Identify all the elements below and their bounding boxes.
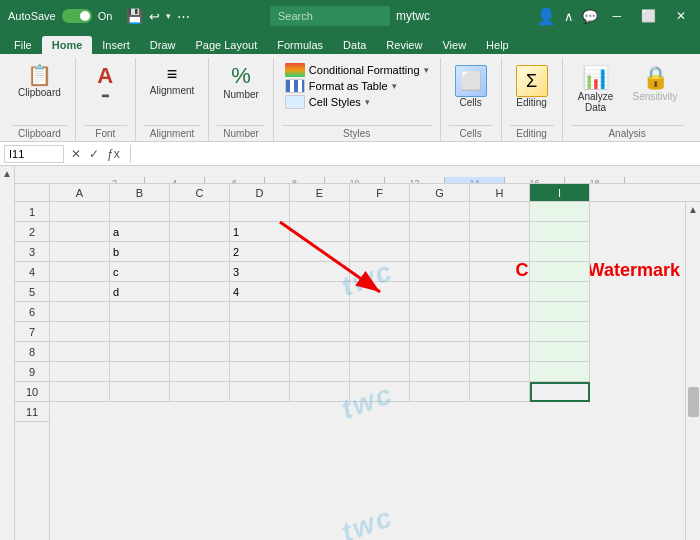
cells-button[interactable]: ⬜ Cells [449, 62, 493, 111]
cell-i2[interactable] [530, 222, 590, 242]
cell-f2[interactable] [350, 222, 410, 242]
undo-dropdown-icon[interactable]: ▾ [166, 11, 171, 21]
right-scrollbar[interactable]: ▲ ▼ [685, 202, 700, 540]
cell-d5[interactable]: 4 [230, 282, 290, 302]
tab-view[interactable]: View [432, 36, 476, 54]
cell-g4[interactable] [410, 262, 470, 282]
cell-h5[interactable] [470, 282, 530, 302]
cell-g3[interactable] [410, 242, 470, 262]
cell-i3[interactable] [530, 242, 590, 262]
cell-d3[interactable]: 2 [230, 242, 290, 262]
col-header-f[interactable]: F [350, 184, 410, 201]
col-header-h[interactable]: H [470, 184, 530, 201]
conditional-formatting-button[interactable]: Conditional Formatting ▾ [282, 62, 432, 78]
format-table-dropdown[interactable]: ▾ [392, 81, 397, 91]
more-icon[interactable]: ⋯ [177, 9, 190, 24]
cell-e4[interactable] [290, 262, 350, 282]
font-button[interactable]: A ▂ [85, 62, 125, 100]
cell-i5[interactable] [530, 282, 590, 302]
row-num-7[interactable]: 7 [15, 322, 49, 342]
row-num-10[interactable]: 10 [15, 382, 49, 402]
cell-g2[interactable] [410, 222, 470, 242]
cell-b1[interactable] [110, 202, 170, 222]
row-num-1[interactable]: 1 [15, 202, 49, 222]
row-num-4[interactable]: 4 [15, 262, 49, 282]
cell-e3[interactable] [290, 242, 350, 262]
cell-i4[interactable] [530, 262, 590, 282]
cell-d4[interactable]: 3 [230, 262, 290, 282]
col-header-b[interactable]: B [110, 184, 170, 201]
tab-file[interactable]: File [4, 36, 42, 54]
row-num-9[interactable]: 9 [15, 362, 49, 382]
comments-icon[interactable]: 💬 [582, 9, 598, 24]
cell-i1[interactable] [530, 202, 590, 222]
undo-icon[interactable]: ↩ [149, 9, 160, 24]
col-header-d[interactable]: D [230, 184, 290, 201]
minimize-button[interactable]: ─ [606, 7, 627, 25]
cell-c5[interactable] [170, 282, 230, 302]
analyze-data-button[interactable]: 📊 AnalyzeData [571, 62, 621, 116]
tab-home[interactable]: Home [42, 36, 93, 54]
tab-help[interactable]: Help [476, 36, 519, 54]
col-header-e[interactable]: E [290, 184, 350, 201]
restore-button[interactable]: ⬜ [635, 7, 662, 25]
col-header-c[interactable]: C [170, 184, 230, 201]
cell-h1[interactable] [470, 202, 530, 222]
tab-formulas[interactable]: Formulas [267, 36, 333, 54]
format-table-button[interactable]: Format as Table ▾ [282, 78, 400, 94]
cell-g5[interactable] [410, 282, 470, 302]
name-box[interactable]: I11 [4, 145, 64, 163]
row-num-3[interactable]: 3 [15, 242, 49, 262]
cell-f1[interactable] [350, 202, 410, 222]
cell-d1[interactable] [230, 202, 290, 222]
cell-a1[interactable] [50, 202, 110, 222]
cell-f5[interactable] [350, 282, 410, 302]
cell-d2[interactable]: 1 [230, 222, 290, 242]
scroll-up-icon[interactable]: ▲ [688, 204, 698, 215]
insert-function-icon[interactable]: ƒx [104, 147, 123, 161]
cell-b4[interactable]: c [110, 262, 170, 282]
cell-i11[interactable] [530, 382, 590, 402]
cell-a5[interactable] [50, 282, 110, 302]
cell-c1[interactable] [170, 202, 230, 222]
cell-c3[interactable] [170, 242, 230, 262]
editing-button[interactable]: Σ Editing [510, 62, 554, 111]
close-button[interactable]: ✕ [670, 7, 692, 25]
cell-a4[interactable] [50, 262, 110, 282]
tab-data[interactable]: Data [333, 36, 376, 54]
formula-input[interactable] [138, 148, 696, 160]
autosave-toggle[interactable] [62, 9, 92, 23]
row-num-6[interactable]: 6 [15, 302, 49, 322]
save-icon[interactable]: 💾 [126, 8, 143, 24]
col-header-a[interactable]: A [50, 184, 110, 201]
cell-g1[interactable] [410, 202, 470, 222]
cell-e2[interactable] [290, 222, 350, 242]
cell-styles-dropdown[interactable]: ▾ [365, 97, 370, 107]
profile-icon[interactable]: 👤 [536, 7, 556, 26]
ribbon-toggle-icon[interactable]: ∧ [564, 9, 574, 24]
cell-c2[interactable] [170, 222, 230, 242]
row-num-2[interactable]: 2 [15, 222, 49, 242]
cell-b3[interactable]: b [110, 242, 170, 262]
tab-insert[interactable]: Insert [92, 36, 140, 54]
cell-e5[interactable] [290, 282, 350, 302]
cell-h4[interactable] [470, 262, 530, 282]
cell-a6[interactable] [50, 302, 110, 322]
number-button[interactable]: % Number [217, 62, 265, 103]
cell-a2[interactable] [50, 222, 110, 242]
vertical-scrollbar[interactable]: ▲ [0, 166, 15, 540]
alignment-button[interactable]: ≡ Alignment [144, 62, 200, 99]
cell-b2[interactable]: a [110, 222, 170, 242]
cell-f3[interactable] [350, 242, 410, 262]
cell-a3[interactable] [50, 242, 110, 262]
col-header-i[interactable]: I [530, 184, 590, 201]
cancel-formula-icon[interactable]: ✕ [68, 147, 84, 161]
clipboard-button[interactable]: 📋 Clipboard [12, 62, 67, 101]
confirm-formula-icon[interactable]: ✓ [86, 147, 102, 161]
tab-review[interactable]: Review [376, 36, 432, 54]
tab-page-layout[interactable]: Page Layout [185, 36, 267, 54]
cell-styles-button[interactable]: Cell Styles ▾ [282, 94, 373, 110]
row-num-11[interactable]: 11 [15, 402, 49, 422]
search-input[interactable] [270, 6, 390, 26]
sensitivity-button[interactable]: 🔒 Sensitivity [627, 62, 684, 105]
